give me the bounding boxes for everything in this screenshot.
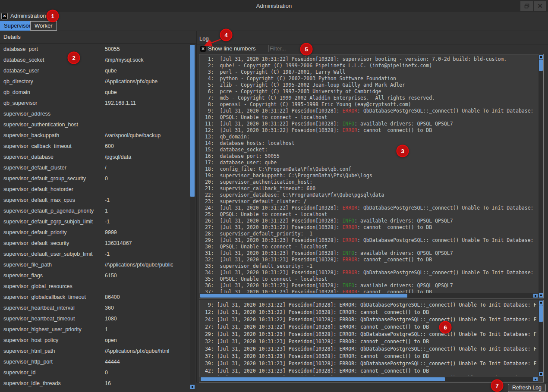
log-text: [Jul 31, 2020 10:31:22] Poseidon[10328]: [220, 218, 343, 224]
line-number: 19: [202, 172, 220, 179]
details-row[interactable]: database_port50055 [0, 44, 189, 55]
log-text: [Jul 31, 2020 10:31:23] Poseidon[10328]:… [217, 361, 537, 367]
details-row[interactable]: supervisor_host_policyopen [0, 335, 189, 346]
scrollbar-up-button[interactable] [539, 55, 543, 59]
details-row[interactable]: qb_domainqube [0, 87, 189, 98]
tab-supervisor[interactable]: Supervisor [0, 21, 35, 31]
details-value: -1 [105, 216, 110, 227]
details-row[interactable]: supervisor_default_max_cpus-1 [0, 195, 189, 206]
details-value: open [105, 335, 117, 346]
line-number: 31: [202, 250, 220, 256]
line-number: 17: [202, 160, 220, 166]
dock-close-button[interactable]: ✕ [1, 13, 8, 19]
close-icon: ✕ [3, 14, 6, 18]
scrollbar-thumb[interactable] [200, 294, 407, 298]
restore-window-button[interactable] [520, 1, 533, 11]
show-line-numbers-checkbox[interactable]: ✕ [200, 46, 206, 52]
line-number: 7: [202, 95, 220, 101]
details-row[interactable]: supervisor_default_hostorder [0, 184, 189, 195]
scrollbar-up-button[interactable] [539, 301, 543, 305]
scrollbar-thumb[interactable] [201, 377, 445, 381]
log-line: 2: qube! - Copyright (C) 1999-2006 Pipel… [202, 63, 537, 69]
log-line: 9: [Jul 31, 2020 10:31:22] Poseidon[1032… [202, 108, 537, 114]
details-row[interactable]: supervisor_http_port44444 [0, 357, 189, 367]
details-key: supervisor_globalcallback_timeout [3, 292, 86, 303]
close-window-button[interactable]: ✕ [534, 1, 546, 11]
details-row[interactable]: database_userqube [0, 66, 189, 76]
details-row[interactable]: supervisor_heartbeat_timeout1080 [0, 314, 189, 324]
log-text: [Jul 31, 2020 10:31:22] Poseidon[10328]: [220, 205, 343, 211]
details-key: qb_directory [3, 76, 33, 87]
scrollbar-right-button[interactable] [533, 294, 538, 298]
details-value: -1 [105, 249, 110, 260]
log-viewer-errors[interactable]: 9: [Jul 31, 2020 10:31:22] Poseidon[1032… [199, 300, 544, 383]
details-row[interactable]: supervisor_default_priority9999 [0, 227, 189, 238]
line-number: 11: [202, 121, 220, 127]
scrollbar-down-button[interactable] [539, 372, 543, 376]
log-text: : QbDatabasePostgreSQL::_connect() Unabl… [357, 108, 536, 114]
callout-2: 2 [68, 52, 80, 64]
details-row[interactable]: supervisor_idle_threads16 [0, 378, 189, 389]
details-row[interactable]: supervisor_default_group_security0 [0, 173, 189, 184]
restore-icon [524, 3, 529, 9]
line-number: 35: [202, 276, 220, 282]
log-main-vertical-scrollbar[interactable] [539, 54, 543, 298]
log-line: 32: [Jul 31, 2020 10:31:23] Poseidon[103… [202, 257, 537, 263]
details-key: qb_domain [3, 87, 30, 98]
details-row[interactable]: supervisor_address [0, 109, 189, 119]
scrollbar-thumb[interactable] [539, 60, 543, 71]
log-text: [Jul 31, 2020 10:31:23] Poseidon[10328]: [220, 270, 343, 276]
log-text: supervisor_database: C:\ProgramData\Pfx\… [220, 192, 384, 198]
log-main-horizontal-scrollbar[interactable] [199, 293, 538, 298]
log-errors-vertical-scrollbar[interactable] [539, 300, 543, 376]
details-row[interactable]: supervisor_callback_timeout600 [0, 141, 189, 152]
details-row[interactable]: supervisor_authentication_host [0, 119, 189, 130]
scrollbar-down-button[interactable] [190, 385, 195, 389]
scrollbar-thumb[interactable] [190, 45, 195, 197]
callout-7: 7 [491, 379, 504, 392]
details-row[interactable]: supervisor_html_path/Applications/pfx/qu… [0, 346, 189, 357]
scrollbar-right-button[interactable] [533, 377, 538, 381]
details-value: -1 [105, 195, 110, 206]
refresh-log-button[interactable]: Refresh Log [508, 384, 546, 392]
details-row[interactable]: qb_directory/Applications/pfx/qube [0, 76, 189, 87]
scrollbar-down-button[interactable] [539, 293, 543, 298]
line-number: 23: [202, 198, 220, 204]
log-line: 22: supervisor_database: C:\ProgramData\… [202, 192, 537, 198]
log-text: QPSQL: Unable to connect - localhost [220, 114, 328, 120]
details-key: supervisor_default_user_subjob_limit [3, 249, 92, 260]
details-row[interactable]: supervisor_database/pgsql/data [0, 152, 189, 163]
details-row[interactable]: supervisor_default_cluster/ [0, 163, 189, 173]
details-row[interactable]: supervisor_highest_user_priority1 [0, 324, 189, 335]
log-tag: ERROR [342, 257, 357, 263]
log-text: [Jul 31, 2020 10:31:23] Poseidon[10328]:… [217, 375, 537, 376]
details-row[interactable]: supervisor_default_pgrp_subjob_limit-1 [0, 216, 189, 227]
scrollbar-thumb[interactable] [539, 305, 543, 322]
details-row[interactable]: supervisor_flags6150 [0, 270, 189, 281]
details-vertical-scrollbar[interactable] [190, 44, 195, 389]
line-number: 24: [202, 317, 217, 323]
details-row[interactable]: supervisor_global_resources [0, 281, 189, 292]
log-viewer-main[interactable]: 1: [Jul 31, 2020 10:31:22] Poseidon[1032… [199, 54, 544, 298]
log-tag: INFO [342, 282, 354, 289]
details-row[interactable]: supervisor_backuppath/var/spool/qube/bac… [0, 130, 189, 141]
log-text: supervisor_authentication_host: [220, 179, 313, 185]
details-row[interactable]: supervisor_default_user_subjob_limit-1 [0, 249, 189, 260]
log-text: supervisor_default_cluster: / [220, 198, 307, 204]
tab-worker[interactable]: Worker [30, 21, 57, 31]
details-row[interactable]: supervisor_default_p_agenda_priority1 [0, 206, 189, 216]
log-line: 32: [Jul 31, 2020 10:31:23] Poseidon[103… [202, 338, 537, 345]
log-line: 28: supervisor_default_priority: -1 [202, 231, 537, 237]
details-row[interactable]: supervisor_id0 [0, 367, 189, 378]
details-row[interactable]: supervisor_file_path/Applications/pfx/qu… [0, 260, 189, 270]
details-row[interactable]: supervisor_default_security136314867 [0, 238, 189, 249]
details-key: supervisor_heartbeat_timeout [3, 314, 75, 324]
details-row[interactable]: qb_supervisor192.168.1.11 [0, 98, 189, 109]
log-errors-horizontal-scrollbar[interactable] [199, 377, 538, 382]
details-row[interactable]: database_socket/tmp/mysql.sock [0, 55, 189, 66]
details-row[interactable]: supervisor_heartbeat_interval360 [0, 303, 189, 314]
details-key: supervisor_flags [3, 270, 43, 281]
details-row[interactable]: supervisor_globalcallback_timeout86400 [0, 292, 189, 303]
log-line: 27: [Jul 31, 2020 10:31:22] Poseidon[103… [202, 224, 537, 231]
details-key: supervisor_idle_threads [3, 378, 61, 389]
